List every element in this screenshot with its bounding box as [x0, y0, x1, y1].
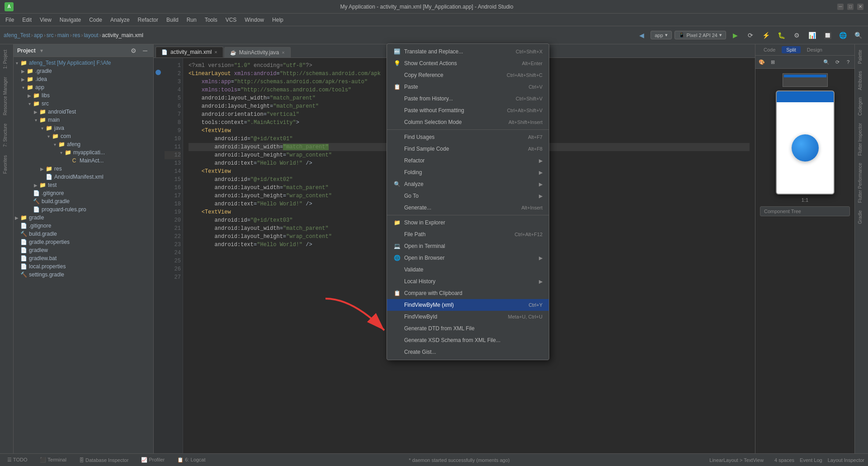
menu-build[interactable]: Build	[163, 15, 182, 24]
breadcrumb-src[interactable]: src	[47, 32, 54, 38]
tree-item-manifest[interactable]: 📄 AndroidManifest.xml	[14, 173, 153, 181]
palette-icon[interactable]: 🎨	[757, 57, 766, 67]
ctx-paste-history[interactable]: Paste from History... Ctrl+Shift+V	[387, 93, 549, 105]
bottom-eventlog[interactable]: Event Log	[800, 457, 822, 463]
breadcrumb-res[interactable]: res	[73, 32, 80, 38]
menu-tools[interactable]: Tools	[201, 15, 221, 24]
menu-refactor[interactable]: Refactor	[134, 15, 162, 24]
bottom-tab-terminal[interactable]: ⬛ Terminal	[36, 456, 70, 464]
breadcrumb-layout[interactable]: layout	[84, 32, 98, 38]
device-config[interactable]: 📱 Pixel 2 API 24 ▾	[675, 31, 726, 39]
breadcrumb-main[interactable]: main	[57, 32, 69, 38]
tree-item-app[interactable]: ▾ 📁 app	[14, 83, 153, 91]
tree-item-gradle-dir[interactable]: ▶ 📁 gradle	[14, 214, 153, 222]
ctx-analyze[interactable]: 🔍 Analyze ▶	[387, 178, 549, 190]
tab-split[interactable]: Split	[782, 46, 800, 53]
constraints-icon[interactable]: ⊞	[768, 57, 777, 67]
ctx-gen-dtd[interactable]: Generate DTD from XML File	[387, 323, 549, 334]
tree-item-src[interactable]: ▾ 📁 src	[14, 100, 153, 108]
ctx-browser[interactable]: 🌐 Open in Browser ▶	[387, 252, 549, 264]
menu-navigate[interactable]: Navigate	[56, 15, 85, 24]
maximize-button[interactable]: □	[847, 4, 854, 10]
toolbar-btn-8[interactable]: 🔍	[852, 29, 864, 42]
bottom-tab-db[interactable]: 🗄 Database Inspector	[75, 456, 132, 464]
sidebar-tab-structure[interactable]: 7: Structure	[1, 120, 13, 151]
tree-item-androidtest[interactable]: ▶ 📁 androidTest	[14, 108, 153, 116]
tab-close-main[interactable]: ×	[282, 50, 284, 55]
minimize-button[interactable]: ─	[837, 4, 844, 10]
project-panel-menu[interactable]: ▾	[40, 48, 43, 54]
breadcrumb-app[interactable]: app	[34, 32, 43, 38]
ctx-gen-xsd[interactable]: Generate XSD Schema from XML File...	[387, 334, 549, 346]
sidebar-tab-codegen[interactable]: Codegen	[856, 94, 868, 119]
tree-item-gradleprops[interactable]: 📄 gradle.properties	[14, 238, 153, 246]
ctx-terminal[interactable]: 💻 Open in Terminal	[387, 240, 549, 252]
tree-item-gradlew[interactable]: 📄 gradlew	[14, 246, 153, 254]
sidebar-tab-palette[interactable]: Palette	[856, 46, 868, 67]
tree-item-mainact[interactable]: C MainAct...	[14, 157, 153, 165]
bottom-tab-profiler[interactable]: 📈 Profiler	[137, 456, 168, 464]
menu-window[interactable]: Window	[241, 15, 268, 24]
sidebar-tab-gradle[interactable]: Gradle	[856, 207, 868, 228]
run-button[interactable]: ▶	[729, 29, 741, 42]
ctx-copy-ref[interactable]: Copy Reference Ctrl+Alt+Shift+C	[387, 69, 549, 81]
zoom-icon[interactable]: 🔍	[822, 57, 831, 67]
sidebar-tab-attributes[interactable]: Attributes	[856, 67, 868, 94]
sidebar-tab-favorites[interactable]: Favorites	[1, 152, 13, 177]
tree-item-idea[interactable]: ▶ 📁 .idea	[14, 75, 153, 83]
menu-view[interactable]: View	[36, 15, 55, 24]
ctx-paste[interactable]: 📋 Paste Ctrl+V	[387, 81, 549, 93]
ctx-translate[interactable]: 🔤 Translate and Replace... Ctrl+Shift+X	[387, 46, 549, 57]
settings-icon[interactable]: ?	[844, 57, 853, 67]
tree-item-root[interactable]: ▾ 📁 afeng_Test [My Application] F:\Afe	[14, 59, 153, 67]
ctx-find-usages[interactable]: Find Usages Alt+F7	[387, 131, 549, 143]
bottom-tab-logcat[interactable]: 📋 6: Logcat	[174, 456, 209, 464]
tab-design[interactable]: Design	[802, 46, 827, 53]
run-config[interactable]: app ▾	[651, 31, 671, 39]
bottom-tab-todo[interactable]: ☰ TODO	[4, 456, 31, 464]
tree-item-gitignore2[interactable]: 📄 .gitignore	[14, 222, 153, 230]
ctx-context-actions[interactable]: 💡 Show Context Actions Alt+Enter	[387, 57, 549, 69]
project-close-btn[interactable]: ─	[141, 46, 150, 55]
menu-edit[interactable]: Edit	[19, 15, 35, 24]
tab-close-activity[interactable]: ×	[214, 49, 217, 55]
tree-item-buildgradle1[interactable]: 🔨 build.gradle	[14, 197, 153, 205]
tree-item-proguard[interactable]: 📄 proguard-rules.pro	[14, 205, 153, 214]
toolbar-btn-2[interactable]: ⚡	[760, 29, 772, 42]
tree-item-com[interactable]: ▾ 📁 com	[14, 132, 153, 140]
toolbar-btn-4[interactable]: ⚙	[790, 29, 803, 42]
ctx-refactor[interactable]: Refactor ▶	[387, 155, 549, 166]
toolbar-btn-7[interactable]: 🌐	[836, 29, 849, 42]
menu-help[interactable]: Help	[269, 15, 287, 24]
tree-item-afeng[interactable]: ▾ 📁 afeng	[14, 140, 153, 148]
tree-item-gradlewbat[interactable]: 📄 gradlew.bat	[14, 254, 153, 262]
breadcrumb-file[interactable]: activity_main.xml	[102, 32, 143, 38]
tab-code[interactable]: Code	[759, 46, 780, 53]
tree-item-localprops[interactable]: 📄 local.properties	[14, 262, 153, 271]
sidebar-tab-flutter-inspector[interactable]: Flutter Inspector	[856, 119, 868, 159]
toolbar-btn-5[interactable]: 📊	[806, 29, 818, 42]
ctx-folding[interactable]: Folding ▶	[387, 166, 549, 178]
ctx-column-sel[interactable]: Column Selection Mode Alt+Shift+Insert	[387, 116, 549, 128]
tree-item-settingsgradle[interactable]: 🔨 settings.gradle	[14, 271, 153, 279]
tree-item-myapp[interactable]: ▾ 📁 myapplicati...	[14, 148, 153, 157]
refresh-icon[interactable]: ⟳	[833, 57, 842, 67]
sidebar-tab-flutter-perf[interactable]: Flutter Performance	[856, 159, 868, 206]
tab-mainactivity[interactable]: ☕ MainActivity.java ×	[224, 47, 291, 57]
tree-item-java[interactable]: ▾ 📁 java	[14, 124, 153, 132]
ctx-paste-nofmt[interactable]: Paste without Formatting Ctrl+Alt+Shift+…	[387, 105, 549, 116]
menu-vcs[interactable]: VCS	[222, 15, 241, 24]
sidebar-tab-project[interactable]: 1: Project	[1, 46, 13, 72]
tree-item-test[interactable]: ▶ 📁 test	[14, 181, 153, 189]
ctx-filepath[interactable]: File Path Ctrl+Alt+F12	[387, 228, 549, 240]
menu-run[interactable]: Run	[183, 15, 200, 24]
ctx-generate[interactable]: Generate... Alt+Insert	[387, 202, 549, 214]
ctx-compare-clipboard[interactable]: 📋 Compare with Clipboard	[387, 287, 549, 299]
ctx-goto[interactable]: Go To ▶	[387, 190, 549, 202]
toolbar-btn-3[interactable]: 🐛	[775, 29, 788, 42]
back-button[interactable]: ◀	[635, 29, 648, 42]
ctx-show-explorer[interactable]: 📁 Show in Explorer	[387, 217, 549, 228]
ctx-create-gist[interactable]: Create Gist...	[387, 346, 549, 358]
toolbar-btn-1[interactable]: ⟳	[744, 29, 757, 42]
menu-code[interactable]: Code	[85, 15, 106, 24]
